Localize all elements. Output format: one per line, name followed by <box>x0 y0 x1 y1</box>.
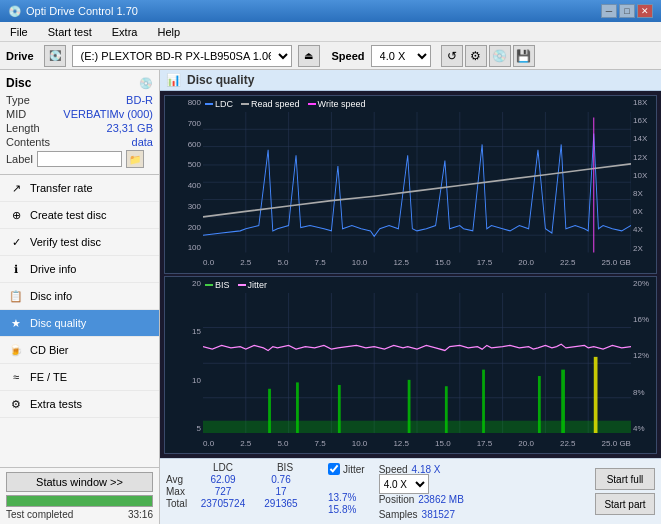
create-test-disc-icon: ⊕ <box>8 207 24 223</box>
disc-quality-icon: ★ <box>8 315 24 331</box>
sidebar-item-extra-tests[interactable]: ⚙ Extra tests <box>0 391 159 418</box>
sidebar-item-disc-quality[interactable]: ★ Disc quality <box>0 310 159 337</box>
top-chart-y-axis-right: 18X 16X 14X 12X 10X 8X 6X 4X 2X <box>631 96 656 253</box>
app-icon: 💿 <box>8 5 22 18</box>
speed-stat-label: Speed <box>379 464 408 475</box>
status-row: Test completed 33:16 <box>6 509 153 520</box>
chart-header-icon: 📊 <box>166 73 181 87</box>
menu-extra[interactable]: Extra <box>106 24 144 40</box>
bottom-chart-x-axis: 0.0 2.5 5.0 7.5 10.0 12.5 15.0 17.5 20.0… <box>203 433 631 453</box>
close-button[interactable]: ✕ <box>637 4 653 18</box>
svg-rect-31 <box>268 388 271 433</box>
jitter-checkbox[interactable] <box>328 463 340 475</box>
minimize-button[interactable]: ─ <box>601 4 617 18</box>
label-browse-button[interactable]: 📁 <box>126 150 144 168</box>
chart-title: Disc quality <box>187 73 254 87</box>
svg-rect-39 <box>594 356 598 433</box>
speed-select-drive[interactable]: 4.0 X <box>371 45 431 67</box>
disc-panel-icon: 💿 <box>139 77 153 90</box>
menu-start-test[interactable]: Start test <box>42 24 98 40</box>
drive-info-icon: ℹ <box>8 261 24 277</box>
legend-ldc-label: LDC <box>215 99 233 109</box>
status-window-button[interactable]: Status window >> <box>6 472 153 492</box>
legend-read-speed: Read speed <box>241 99 300 109</box>
disc-panel: Disc 💿 Type BD-R MID VERBATIMv (000) Len… <box>0 70 159 175</box>
top-chart: LDC Read speed Write speed 800 700 <box>164 95 657 274</box>
disc-info-icon: 📋 <box>8 288 24 304</box>
sidebar-item-verify-test-disc[interactable]: ✓ Verify test disc <box>0 229 159 256</box>
jitter-label: Jitter <box>343 464 365 475</box>
bis-header: BIS <box>256 462 314 473</box>
svg-rect-34 <box>408 379 411 433</box>
sidebar-item-drive-info-label: Drive info <box>30 263 76 275</box>
status-section: Status window >> Test completed 33:16 <box>0 467 159 524</box>
sidebar-item-fe-te[interactable]: ≈ FE / TE <box>0 364 159 391</box>
speed-stat-value: 4.18 X <box>412 464 441 475</box>
mid-value: VERBATIMv (000) <box>63 108 153 120</box>
title-bar: 💿 Opti Drive Control 1.70 ─ □ ✕ <box>0 0 661 22</box>
total-bis-value: 291365 <box>252 498 310 509</box>
nav-items: ↗ Transfer rate ⊕ Create test disc ✓ Ver… <box>0 175 159 467</box>
start-part-button[interactable]: Start part <box>595 493 655 515</box>
sidebar-item-fe-te-label: FE / TE <box>30 371 67 383</box>
menu-help[interactable]: Help <box>151 24 186 40</box>
top-chart-legend: LDC Read speed Write speed <box>205 99 365 109</box>
app-title: Opti Drive Control 1.70 <box>26 5 138 17</box>
bottom-chart-svg <box>203 293 631 434</box>
max-ldc-value: 727 <box>194 486 252 497</box>
cd-bier-icon: 🍺 <box>8 342 24 358</box>
top-chart-x-axis: 0.0 2.5 5.0 7.5 10.0 12.5 15.0 17.5 20.0… <box>203 253 631 273</box>
avg-label: Avg <box>166 474 194 485</box>
verify-test-disc-icon: ✓ <box>8 234 24 250</box>
total-ldc-value: 23705724 <box>194 498 252 509</box>
drive-select[interactable]: (E:) PLEXTOR BD-R PX-LB950SA 1.06 <box>72 45 292 67</box>
drive-label: Drive <box>6 50 34 62</box>
legend-write-speed-label: Write speed <box>318 99 366 109</box>
sidebar-item-transfer-rate[interactable]: ↗ Transfer rate <box>0 175 159 202</box>
samples-value: 381527 <box>422 509 455 520</box>
bottom-chart-y-axis-right: 20% 16% 12% 8% 4% <box>631 277 656 434</box>
svg-rect-32 <box>296 382 299 433</box>
sidebar-item-create-test-disc[interactable]: ⊕ Create test disc <box>0 202 159 229</box>
content-area: 📊 Disc quality LDC Read speed <box>160 70 661 524</box>
legend-read-speed-label: Read speed <box>251 99 300 109</box>
sidebar-item-cd-bier-label: CD Bier <box>30 344 69 356</box>
save-icon[interactable]: 💾 <box>513 45 535 67</box>
max-label: Max <box>166 486 194 497</box>
title-bar-controls: ─ □ ✕ <box>601 4 653 18</box>
sidebar-item-transfer-rate-label: Transfer rate <box>30 182 93 194</box>
sidebar: Disc 💿 Type BD-R MID VERBATIMv (000) Len… <box>0 70 160 524</box>
bottom-chart: BIS Jitter 20 15 10 5 <box>164 276 657 455</box>
position-value: 23862 MB <box>418 494 464 505</box>
bottom-chart-svg-area <box>203 293 631 434</box>
menu-bar: File Start test Extra Help <box>0 22 661 42</box>
label-label: Label <box>6 153 33 165</box>
eject-button[interactable]: ⏏ <box>298 45 320 67</box>
sidebar-item-drive-info[interactable]: ℹ Drive info <box>0 256 159 283</box>
legend-bis: BIS <box>205 280 230 290</box>
length-label: Length <box>6 122 40 134</box>
status-text: Test completed <box>6 509 73 520</box>
top-chart-y-axis-left: 800 700 600 500 400 300 200 100 <box>165 96 203 253</box>
menu-file[interactable]: File <box>4 24 34 40</box>
svg-rect-33 <box>338 384 341 433</box>
extra-tests-icon: ⚙ <box>8 396 24 412</box>
sidebar-item-verify-test-disc-label: Verify test disc <box>30 236 101 248</box>
label-input[interactable] <box>37 151 122 167</box>
svg-rect-38 <box>561 369 565 433</box>
refresh-icon[interactable]: ↺ <box>441 45 463 67</box>
svg-rect-30 <box>203 420 631 433</box>
sidebar-item-disc-info[interactable]: 📋 Disc info <box>0 283 159 310</box>
start-full-button[interactable]: Start full <box>595 468 655 490</box>
chart-header: 📊 Disc quality <box>160 70 661 91</box>
speed-stat-select[interactable]: 4.0 X <box>379 474 429 494</box>
disc-icon[interactable]: 💿 <box>489 45 511 67</box>
config-icon[interactable]: ⚙ <box>465 45 487 67</box>
charts-container: LDC Read speed Write speed 800 700 <box>160 91 661 458</box>
ldc-header: LDC <box>194 462 252 473</box>
maximize-button[interactable]: □ <box>619 4 635 18</box>
legend-ldc: LDC <box>205 99 233 109</box>
drive-icon-btn[interactable]: 💽 <box>44 45 66 67</box>
bottom-chart-legend: BIS Jitter <box>205 280 267 290</box>
sidebar-item-cd-bier[interactable]: 🍺 CD Bier <box>0 337 159 364</box>
